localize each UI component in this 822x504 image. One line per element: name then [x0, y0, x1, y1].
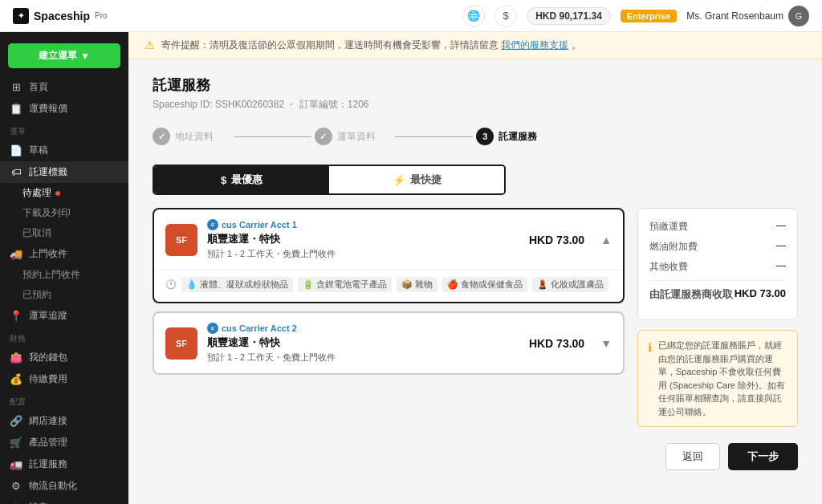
automation-icon: ⚙ [10, 480, 22, 492]
sidebar-item-rates[interactable]: 📋 運費報價 [0, 98, 128, 120]
sidebar-item-pending[interactable]: 待處理 [0, 183, 128, 203]
carrier-1-logo: SF [165, 224, 197, 256]
sidebar-label-home: 首頁 [29, 80, 48, 94]
step-shipment: ✓ 運單資料 [315, 128, 393, 145]
step-service: 3 託運服務 [476, 128, 554, 145]
carrier-2-price: HKD 73.00 [529, 337, 584, 350]
sidebar-item-labels[interactable]: 🏷 託運標籤 [0, 161, 128, 183]
sidebar-item-store[interactable]: 🔗 網店連接 [0, 410, 128, 432]
sidebar-label-products: 產品管理 [29, 436, 67, 449]
tag-cosmetics-icon: 💄 [537, 279, 548, 290]
carrier-2-logo: SF [165, 327, 197, 360]
drafts-icon: 📄 [10, 144, 22, 156]
tag-liquid: 💧 液體、凝狀或粉狀物品 [181, 277, 293, 292]
sidebar-label-schedule: 預約上門收件 [22, 268, 80, 282]
sidebar-label-download: 下載及列印 [22, 206, 71, 220]
carrier-2-acct: c cus Carrier Acct 2 [207, 323, 519, 334]
cost-row-prepaid: 預繳運費 — [649, 220, 786, 234]
sidebar-label-automation: 物流自動化 [29, 479, 77, 493]
tab-cheapest[interactable]: $ 最優惠 [154, 166, 329, 193]
sidebar-item-drafts[interactable]: 📄 草稿 [0, 140, 128, 161]
create-order-button[interactable]: 建立運單 ▼ [8, 43, 120, 68]
carrier-card-2-header[interactable]: SF c cus Carrier Acct 2 順豐速運・特快 預計 1 - 2… [154, 313, 623, 373]
sidebar-item-download[interactable]: 下載及列印 [0, 203, 128, 223]
logo-icon: ✦ [13, 8, 29, 24]
carrier-1-expand[interactable]: ▲ [600, 234, 612, 246]
tab-fastest[interactable]: ⚡ 最快捷 [329, 166, 504, 193]
alert-text: 寄件提醒：清明及復活節的公眾假期期間，運送時間有機會受影響，詳情請留意 我們的服… [161, 39, 581, 52]
app-logo: ✦ Spaceship Pro [13, 8, 108, 24]
detail-icon-1: 🕐 [165, 279, 177, 290]
step-2-label: 運單資料 [337, 130, 376, 144]
step-1-label: 地址資料 [175, 130, 214, 144]
steps-bar: ✓ 地址資料 ✓ 運單資料 3 託運服務 [153, 128, 554, 145]
cheapest-icon: $ [221, 174, 226, 186]
carrier-2-info: c cus Carrier Acct 2 順豐速運・特快 預計 1 - 2 工作… [207, 323, 519, 364]
main-content: ⚠ 寄件提醒：清明及復活節的公眾假期期間，運送時間有機會受影響，詳情請留意 我們… [128, 32, 822, 504]
app-body: 建立運單 ▼ ⊞ 首頁 📋 運費報價 運單 📄 草稿 🏷 託運標籤 待處理 下載… [0, 32, 822, 504]
tag-cosmetics-text: 化妝或護膚品 [551, 278, 604, 291]
carrier-1-acct-label: cus Carrier Acct 1 [222, 220, 297, 230]
tracking-icon: 📍 [10, 310, 22, 322]
sidebar-item-cancelled[interactable]: 已取消 [0, 223, 128, 243]
carrier-card-1-header[interactable]: SF c cus Carrier Acct 1 順豐速運・特快 預計 1 - 2… [154, 209, 623, 270]
sidebar: 建立運單 ▼ ⊞ 首頁 📋 運費報價 運單 📄 草稿 🏷 託運標籤 待處理 下載… [0, 32, 128, 504]
service-tabs: $ 最優惠 ⚡ 最快捷 [153, 165, 506, 195]
cost-label-fuel: 燃油附加費 [649, 240, 698, 254]
sidebar-item-settings[interactable]: ⚙ 設定 [0, 497, 128, 504]
sidebar-item-tracking[interactable]: 📍 運單追蹤 [0, 305, 128, 327]
sidebar-item-pickup[interactable]: 🚚 上門收件 [0, 243, 128, 265]
carrier-2-service: 順豐速運・特快 [207, 335, 519, 350]
cost-aside: 預繳運費 — 燃油附加費 — 其他收費 — 由託運 [637, 208, 798, 427]
cost-label-other: 其他收費 [649, 260, 688, 274]
products-icon: 🛒 [10, 437, 22, 449]
sidebar-label-pickup: 上門收件 [29, 247, 67, 261]
sidebar-item-products[interactable]: 🛒 產品管理 [0, 432, 128, 453]
cost-value-other: — [776, 260, 786, 274]
store-icon: 🔗 [10, 415, 22, 427]
back-button[interactable]: 返回 [665, 443, 720, 470]
carriers-icon: 🚛 [10, 458, 22, 470]
tag-battery: 🔋 含鋰電池電子產品 [298, 277, 392, 292]
cost-label-total: 由託運服務商收取 [649, 287, 733, 302]
alert-link[interactable]: 我們的服務支援 [501, 39, 568, 51]
sidebar-item-home[interactable]: ⊞ 首頁 [0, 76, 128, 98]
language-icon[interactable]: 🌐 [462, 5, 485, 27]
pending-badge [55, 191, 60, 196]
labels-icon: 🏷 [10, 166, 22, 178]
sidebar-section-orders: 運單 [0, 120, 128, 140]
create-order-arrow: ▼ [80, 51, 90, 62]
sidebar-label-wallet: 我的錢包 [29, 351, 67, 364]
sidebar-label-fees: 待繳費用 [29, 372, 67, 386]
sidebar-label-labels: 託運標籤 [29, 165, 67, 179]
cost-row-fuel: 燃油附加費 — [649, 240, 786, 254]
cheapest-label: 最優惠 [231, 173, 262, 187]
pickup-icon: 🚚 [10, 248, 22, 260]
next-button[interactable]: 下一步 [728, 443, 798, 470]
fastest-icon: ⚡ [393, 174, 405, 186]
info-text: 已綁定您的託運服務賬戶，就經由您的託運服務賬戶購買的運單，Spaceship 不… [658, 339, 787, 418]
fees-icon: 💰 [10, 373, 22, 385]
sidebar-item-schedule-pickup[interactable]: 預約上門收件 [0, 265, 128, 285]
sidebar-item-wallet[interactable]: 👛 我的錢包 [0, 347, 128, 368]
carrier-2-acct-label: cus Carrier Acct 2 [222, 323, 297, 333]
sidebar-item-booked[interactable]: 已預約 [0, 285, 128, 305]
carrier-1-meta: 預計 1 - 2 工作天・免費上門收件 [207, 248, 519, 260]
carrier-list: SF c cus Carrier Acct 1 順豐速運・特快 預計 1 - 2… [153, 208, 625, 383]
create-order-label: 建立運單 [39, 49, 77, 63]
wallet-nav-icon[interactable]: $ [494, 5, 517, 27]
sidebar-label-tracking: 運單追蹤 [29, 309, 67, 323]
step-3-label: 託運服務 [498, 130, 537, 144]
sidebar-item-pending-fees[interactable]: 💰 待繳費用 [0, 368, 128, 390]
sidebar-label-cancelled: 已取消 [22, 226, 51, 240]
sidebar-item-automation[interactable]: ⚙ 物流自動化 [0, 475, 128, 497]
cost-row-total: 由託運服務商收取 HKD 73.00 [649, 287, 786, 302]
tag-battery-icon: 🔋 [303, 279, 314, 290]
step-1-circle: ✓ [153, 128, 170, 145]
user-menu[interactable]: Ms. Grant Rosenbaum G [686, 6, 809, 26]
carrier-2-expand[interactable]: ▼ [600, 337, 612, 350]
sidebar-item-carriers[interactable]: 🚛 託運服務 [0, 453, 128, 475]
fastest-label: 最快捷 [410, 173, 442, 187]
tag-battery-text: 含鋰電池電子產品 [316, 278, 387, 291]
app-plan: Pro [95, 11, 108, 20]
